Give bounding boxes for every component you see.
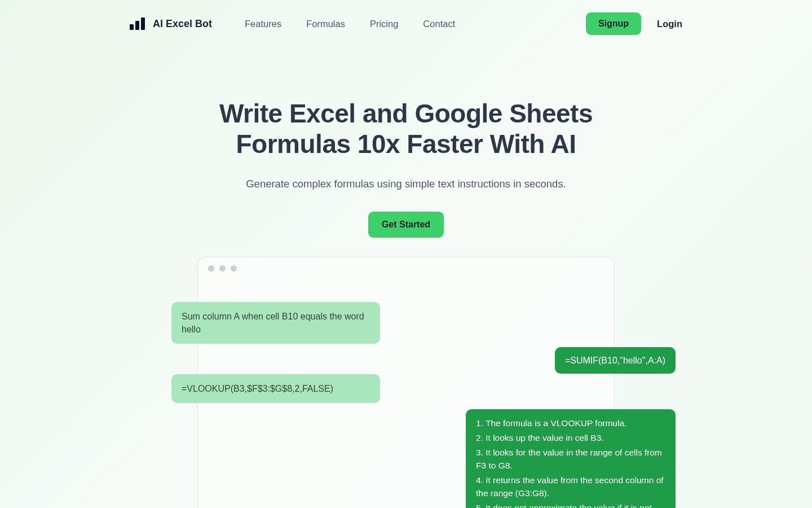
hero: Write Excel and Google Sheets Formulas 1… — [130, 98, 682, 238]
chat-bubble-bot-2: 1. The formula is a VLOOKUP formula. 2. … — [466, 409, 676, 508]
signup-button[interactable]: Signup — [586, 12, 641, 35]
hero-title: Write Excel and Google Sheets Formulas 1… — [130, 98, 682, 160]
hero-title-line2: Formulas 10x Faster With AI — [236, 129, 576, 159]
nav-link-pricing[interactable]: Pricing — [370, 19, 398, 29]
nav-link-contact[interactable]: Contact — [423, 19, 455, 29]
login-link[interactable]: Login — [657, 19, 682, 29]
chat-bubble-bot-1: =SUMIF(B10,"hello",A:A) — [555, 347, 676, 374]
nav-right: Signup Login — [586, 12, 682, 35]
nav-links: Features Formulas Pricing Contact — [245, 19, 455, 29]
nav-link-formulas[interactable]: Formulas — [306, 19, 345, 29]
demo-area: Sum column A when cell B10 equals the wo… — [197, 257, 615, 508]
bot2-line: 2. It looks up the value in cell B3. — [476, 432, 665, 444]
hero-title-line1: Write Excel and Google Sheets — [219, 99, 593, 128]
bot2-line: 1. The formula is a VLOOKUP formula. — [476, 417, 665, 430]
bot2-line: 3. It looks for the value in the range o… — [476, 446, 665, 472]
bot2-line: 4. It returns the value from the second … — [476, 474, 665, 500]
chat-bubble-user-1: Sum column A when cell B10 equals the wo… — [171, 302, 380, 344]
bot2-line: 5. It does not approximate the value if … — [476, 502, 665, 508]
window-controls-icon — [198, 265, 614, 271]
brand[interactable]: AI Excel Bot — [130, 17, 212, 30]
bars-icon — [130, 17, 145, 30]
get-started-button[interactable]: Get Started — [368, 212, 444, 238]
hero-subtitle: Generate complex formulas using simple t… — [130, 178, 682, 190]
brand-name: AI Excel Bot — [153, 18, 212, 30]
chat-bubble-user-2: =VLOOKUP(B3,$F$3:$G$8,2,FALSE) — [171, 374, 380, 403]
nav-link-features[interactable]: Features — [245, 19, 281, 29]
top-nav: AI Excel Bot Features Formulas Pricing C… — [130, 0, 682, 47]
